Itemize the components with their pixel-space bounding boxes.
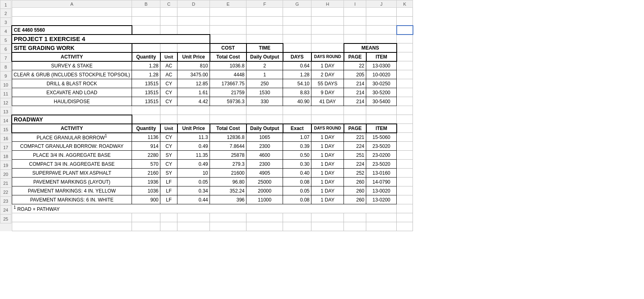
- col-h-tc-s2: Total Cost: [210, 124, 246, 133]
- sup-15: 1: [105, 134, 107, 138]
- cell-r7-unit: AC: [160, 61, 177, 70]
- col-h-qty-s2: Quantity: [132, 124, 160, 133]
- col-h-days-s1: DAYS: [283, 52, 311, 61]
- cell-r1-dr: [311, 8, 344, 17]
- cell-r7-do: 2: [246, 61, 283, 70]
- cell-r16-up: 0.49: [177, 142, 210, 151]
- col-letter-D: D: [177, 0, 210, 8]
- cell-site-grading: SITE GRADING WORK: [12, 43, 132, 52]
- col-h-page-s1: PAGE: [344, 52, 366, 61]
- cell-r9-days: 54.10: [283, 79, 311, 88]
- row-17: PLACE 3/4 IN. AGGREGATE BASE 2280 SY 11.…: [12, 151, 413, 160]
- cell-title: CE 4460 5560: [12, 26, 132, 35]
- cell-r20-qty: 1936: [132, 178, 160, 186]
- cell-r17-qty: 2280: [132, 151, 160, 160]
- cell-r13-qty: [132, 115, 160, 124]
- cell-r16-dr: 1 DAY: [311, 142, 344, 151]
- row-24: [12, 213, 413, 222]
- cell-r4-tc: [210, 35, 246, 43]
- cell-r8-tc: 4448: [210, 70, 246, 79]
- cell-r16-qty: 914: [132, 142, 160, 151]
- cell-r8-up: 3475.00: [177, 70, 210, 79]
- cell-r18-up: 0.49: [177, 160, 210, 169]
- cell-r15-dr: 1 DAY: [311, 133, 344, 142]
- col-h-item-s1: ITEM: [366, 52, 397, 61]
- col-letter-A: A: [12, 0, 132, 8]
- cell-r15-do: 1065: [246, 133, 283, 142]
- col-h-qty-s1: Quantity: [132, 52, 160, 61]
- cell-r13-dr: [311, 115, 344, 124]
- cell-r19-tc: 21600: [210, 169, 246, 178]
- cell-r7-tc: 1036.8: [210, 61, 246, 70]
- row-num-9: 9: [0, 72, 11, 80]
- col-h-extra-s1: [397, 52, 413, 61]
- col-letter-H: H: [311, 0, 344, 8]
- cell-r12-qty: [132, 106, 160, 115]
- cell-r11-unit: CY: [160, 97, 177, 106]
- cell-r7-activity: SURVEY & STAKE: [12, 61, 132, 70]
- cell-r15-days: 1.07: [283, 133, 311, 142]
- cell-r18-page: 224: [344, 160, 366, 169]
- cell-r9-up: 12.85: [177, 79, 210, 88]
- cell-r12-unit: [160, 106, 177, 115]
- row-14-headers: ACTIVITY Quantity Unit Unit Price Total …: [12, 124, 413, 133]
- cell-r13-item: [366, 115, 397, 124]
- cell-r5-unit: [160, 43, 177, 52]
- row-num-3: 3: [0, 18, 11, 27]
- cell-r18-days: 0.30: [283, 160, 311, 169]
- cell-r24-item: [366, 213, 397, 222]
- cell-r11-days: 40.90: [283, 97, 311, 106]
- cell-r1-up: [177, 8, 210, 17]
- cell-r4-extra: [397, 35, 413, 43]
- row-11: HAUL/DISPOSE 13515 CY 4.42 59736.3 330 4…: [12, 97, 413, 106]
- row-9: DRILL & BLAST ROCK 13515 CY 12.85 173667…: [12, 79, 413, 88]
- col-h-dr-s2: DAYS ROUND: [311, 124, 344, 133]
- cell-r15-unit: CY: [160, 133, 177, 142]
- cell-r3-do: [246, 26, 283, 35]
- cell-r19-up: 10: [177, 169, 210, 178]
- col-h-item-s2: ITEM: [366, 124, 397, 133]
- col-h-unit-s2: Unit: [160, 124, 177, 133]
- cell-r2-page: [344, 17, 366, 26]
- row-num-2: 2: [0, 9, 11, 18]
- cell-r12-up: [177, 106, 210, 115]
- cell-r2-up: [177, 17, 210, 26]
- cell-r20-extra: [397, 178, 413, 186]
- cell-r8-do: 1: [246, 70, 283, 79]
- cell-r2-item: [366, 17, 397, 26]
- cell-r15-tc: 12836.8: [210, 133, 246, 142]
- row-6-headers: ACTIVITY Quantity Unit Unit Price Total …: [12, 52, 413, 61]
- row-num-6: 6: [0, 45, 11, 54]
- cell-r21-days: 0.05: [283, 186, 311, 195]
- cell-r22-activity: PAVEMENT MARKINGS: 6 IN. WHITE: [12, 195, 132, 204]
- cell-r3-dr: [311, 26, 344, 35]
- cell-r16-unit: CY: [160, 142, 177, 151]
- row-num-16: 16: [0, 134, 11, 143]
- cell-r11-tc: 59736.3: [210, 97, 246, 106]
- cell-project: PROJECT 1 EXERCISE 4: [12, 35, 210, 43]
- row-21: PAVEMENT MARKINGS: 4 IN. YELLOW 1036 LF …: [12, 186, 413, 195]
- cell-r22-do: 11000: [246, 195, 283, 204]
- cell-means-header: MEANS: [344, 43, 397, 52]
- row-num-14: 14: [0, 116, 11, 125]
- cell-r3-page: [344, 26, 366, 35]
- cell-r25-dr: [311, 222, 344, 231]
- cell-r24-dr: [311, 213, 344, 222]
- col-h-do-s1: Daily Output: [246, 52, 283, 61]
- col-h-tc-s1: Total Cost: [210, 52, 246, 61]
- col-letter-I: I: [344, 0, 366, 8]
- cell-r25-item: [366, 222, 397, 231]
- cell-r16-tc: 7.8644: [210, 142, 246, 151]
- col-h-extra-s2: [397, 124, 413, 133]
- cell-r20-dr: 1 DAY: [311, 178, 344, 186]
- cell-r2-tc: [210, 17, 246, 26]
- cell-r10-extra: [397, 88, 413, 97]
- cell-r24-tc: [210, 213, 246, 222]
- row-4: PROJECT 1 EXERCISE 4: [12, 35, 413, 43]
- cell-r12-tc: [210, 106, 246, 115]
- cell-time-header: TIME: [246, 43, 283, 52]
- cell-r20-do: 25000: [246, 178, 283, 186]
- cell-r17-tc: 25878: [210, 151, 246, 160]
- cell-r9-activity: DRILL & BLAST ROCK: [12, 79, 132, 88]
- cell-r5-extra: [397, 43, 413, 52]
